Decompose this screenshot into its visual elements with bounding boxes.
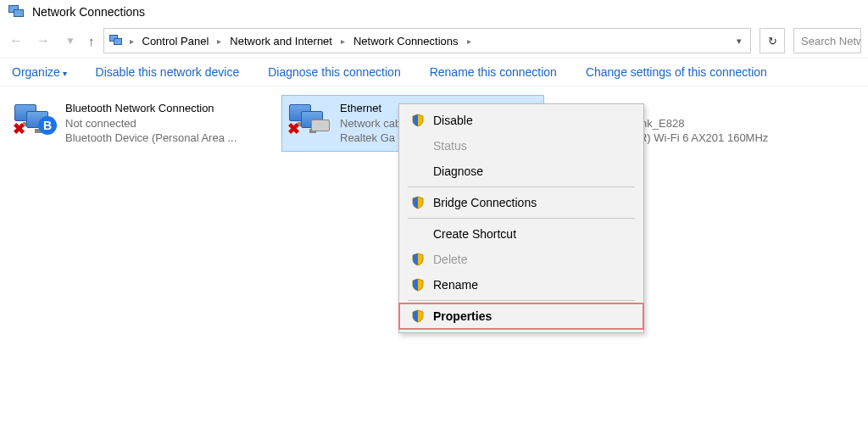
- adapter-icon: ✖ B: [14, 101, 58, 146]
- diagnose-command[interactable]: Diagnose this connection: [268, 65, 400, 79]
- address-bar: ← → ▼ ↑ ▸ Control Panel ▸ Network and In…: [0, 24, 868, 58]
- disable-device-command[interactable]: Disable this network device: [96, 65, 240, 79]
- menu-label: Properties: [433, 309, 492, 323]
- adapter-icon: ✖: [289, 101, 333, 146]
- breadcrumb[interactable]: ▸ Control Panel ▸ Network and Internet ▸…: [103, 28, 752, 53]
- bluetooth-icon: B: [38, 116, 57, 135]
- error-x-icon: ✖: [287, 121, 300, 136]
- shield-icon: [411, 309, 425, 323]
- adapter-item-bluetooth[interactable]: ✖ B Bluetooth Network Connection Not con…: [7, 95, 270, 152]
- search-placeholder: Search Netw: [801, 35, 861, 47]
- spacer: [411, 139, 425, 153]
- recent-locations-button[interactable]: ▼: [61, 35, 80, 47]
- change-settings-command[interactable]: Change settings of this connection: [586, 65, 767, 79]
- menu-label: Create Shortcut: [433, 227, 516, 241]
- chevron-right-icon[interactable]: ▸: [339, 36, 347, 46]
- breadcrumb-item[interactable]: Network and Internet: [226, 33, 336, 49]
- breadcrumb-icon: [109, 35, 125, 47]
- chevron-down-icon[interactable]: ▾: [737, 36, 745, 47]
- menu-label: Diagnose: [433, 164, 483, 178]
- shield-icon: [411, 278, 425, 292]
- refresh-button[interactable]: ↻: [760, 28, 785, 53]
- rename-command[interactable]: Rename this connection: [430, 65, 557, 79]
- shield-icon: [411, 114, 425, 127]
- breadcrumb-item[interactable]: Control Panel: [139, 33, 213, 49]
- window-title: Network Connections: [32, 5, 145, 19]
- menu-label: Delete: [433, 253, 467, 266]
- menu-label: Status: [433, 139, 467, 153]
- menu-label: Bridge Connections: [433, 196, 537, 209]
- shield-icon: [411, 196, 425, 209]
- context-menu: Disable Status Diagnose Bridge Connectio…: [398, 103, 644, 333]
- menu-separator: [408, 186, 635, 187]
- error-x-icon: ✖: [13, 121, 25, 136]
- adapter-device: Bluetooth Device (Personal Area ...: [65, 131, 236, 146]
- chevron-right-icon[interactable]: ▸: [465, 36, 473, 46]
- network-connections-icon: [8, 5, 25, 19]
- adapter-list: ✖ B Bluetooth Network Connection Not con…: [0, 86, 868, 160]
- context-menu-create-shortcut[interactable]: Create Shortcut: [399, 221, 643, 247]
- adapter-name: Bluetooth Network Connection: [65, 101, 236, 116]
- title-bar: Network Connections: [0, 0, 868, 24]
- context-menu-bridge[interactable]: Bridge Connections: [399, 190, 643, 215]
- search-input[interactable]: Search Netw: [793, 28, 861, 53]
- ethernet-port-icon: [311, 120, 330, 131]
- menu-separator: [408, 218, 635, 219]
- adapter-status: Not connected: [65, 116, 236, 131]
- menu-separator: [408, 300, 635, 301]
- context-menu-properties[interactable]: Properties: [399, 303, 643, 329]
- command-bar: Organize Disable this network device Dia…: [0, 58, 868, 86]
- menu-label: Rename: [433, 278, 478, 292]
- organize-menu[interactable]: Organize: [12, 65, 67, 79]
- breadcrumb-item[interactable]: Network Connections: [350, 33, 462, 49]
- context-menu-delete: Delete: [399, 247, 643, 272]
- forward-button[interactable]: →: [34, 33, 53, 48]
- refresh-icon: ↻: [768, 35, 777, 47]
- spacer: [411, 227, 425, 241]
- context-menu-status: Status: [399, 133, 643, 159]
- chevron-right-icon[interactable]: ▸: [128, 36, 136, 46]
- spacer: [411, 164, 425, 178]
- context-menu-disable[interactable]: Disable: [399, 108, 643, 133]
- context-menu-diagnose[interactable]: Diagnose: [399, 159, 643, 184]
- shield-icon: [411, 253, 425, 266]
- context-menu-rename[interactable]: Rename: [399, 272, 643, 298]
- up-button[interactable]: ↑: [88, 34, 95, 48]
- back-button[interactable]: ←: [7, 33, 25, 48]
- chevron-right-icon[interactable]: ▸: [215, 36, 223, 46]
- menu-label: Disable: [433, 114, 473, 127]
